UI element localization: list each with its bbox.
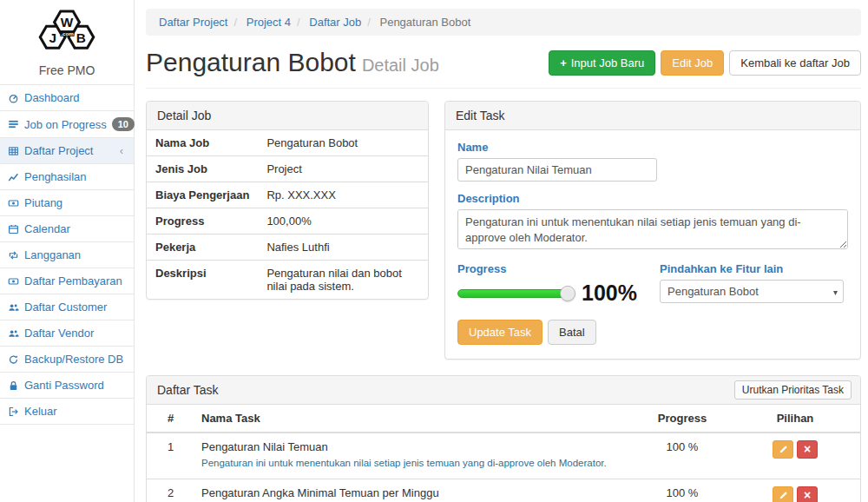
detail-value: Pengaturan Bobot: [258, 130, 428, 156]
sidebar-item-daftar-project[interactable]: Daftar Project ‹: [0, 138, 134, 164]
task-description: Pengaturan ini untuk menentukan nilai se…: [201, 456, 628, 472]
pencil-icon: [779, 445, 788, 454]
job-count-badge: 10: [112, 117, 135, 131]
sidebar-item-label: Calendar: [24, 222, 70, 235]
sidebar-item-label: Piutang: [24, 196, 62, 209]
column-header-options: Pilihan: [730, 405, 860, 433]
daftar-task-panel: Daftar Task Urutkan Prioritas Task # Nam…: [146, 375, 861, 502]
calendar-icon: [7, 223, 19, 234]
detail-value: Rp. XXX.XXX: [258, 182, 428, 208]
refresh-icon: [7, 353, 19, 365]
detail-value: Pengaturan nilai dan bobot nilai pada si…: [258, 261, 428, 300]
sidebar-item-calendar[interactable]: Calendar: [0, 216, 134, 242]
page-header: Pengaturan BobotDetail Job + Input Job B…: [146, 44, 861, 89]
detail-label: Jenis Job: [147, 156, 258, 182]
table-row: Nama Job Pengaturan Bobot: [147, 130, 428, 156]
sidebar-item-label: Daftar Pembayaran: [24, 274, 122, 287]
detail-label: Nama Job: [147, 130, 258, 156]
progress-slider-handle[interactable]: [560, 286, 575, 301]
detail-value: Project: [258, 156, 428, 182]
retweet-icon: [7, 249, 19, 261]
app: J W B .com Free PMO Dashboard Job on Pro…: [0, 0, 868, 502]
pencil-icon: [779, 491, 788, 500]
line-chart-icon: [7, 171, 19, 182]
delete-task-button[interactable]: [797, 486, 818, 502]
sidebar-item-label: Backup/Restore DB: [24, 353, 123, 366]
money-icon: [7, 197, 19, 208]
detail-label: Deskripsi: [147, 261, 258, 300]
sidebar-item-ganti-password[interactable]: Ganti Password: [0, 373, 134, 399]
breadcrumb: Daftar Project Project 4 Daftar Job Peng…: [146, 9, 861, 36]
progress-slider[interactable]: [457, 289, 568, 298]
task-list-icon: [7, 119, 19, 130]
logo-letter-b: B: [76, 30, 86, 45]
urutkan-prioritas-button-top[interactable]: Urutkan Prioritas Task: [734, 380, 852, 400]
sign-out-icon: [7, 406, 19, 417]
logo-dotcom: .com: [61, 30, 74, 36]
breadcrumb-daftar-job[interactable]: Daftar Job: [291, 16, 361, 29]
column-header-name: Nama Task: [194, 405, 635, 433]
detail-value: 100,00%: [258, 208, 428, 234]
delete-x-icon: [804, 489, 811, 502]
sidebar-item-penghasilan[interactable]: Penghasilan: [0, 164, 134, 190]
chevron-left-icon: ‹: [120, 144, 123, 157]
table-row: Biaya Pengerjaan Rp. XXX.XXX: [147, 182, 428, 208]
sidebar-nav: Dashboard Job on Progress 10 Daftar Proj…: [0, 84, 134, 425]
sidebar-item-langganan[interactable]: Langganan: [0, 242, 134, 268]
sidebar-item-job-on-progress[interactable]: Job on Progress 10: [0, 111, 134, 138]
sidebar-item-piutang[interactable]: Piutang: [0, 190, 134, 216]
sidebar-item-label: Daftar Customer: [24, 301, 107, 314]
sidebar-item-daftar-vendor[interactable]: Daftar Vendor: [0, 320, 134, 347]
edit-job-button[interactable]: Edit Job: [661, 50, 724, 76]
sidebar-item-label: Job on Progress: [24, 118, 107, 131]
edit-task-button[interactable]: [773, 486, 793, 502]
sidebar-item-dashboard[interactable]: Dashboard: [0, 85, 134, 111]
move-feature-label: Pindahkan ke Fitur lain: [660, 262, 848, 275]
batal-button[interactable]: Batal: [548, 320, 596, 345]
progress-percent: 100%: [582, 281, 637, 306]
logo-letter-j: J: [49, 30, 56, 45]
breadcrumb-current: Pengaturan Bobot: [361, 16, 470, 29]
move-feature-select[interactable]: Pengaturan Bobot: [660, 280, 844, 303]
progress-slider-track: [457, 289, 568, 298]
sidebar-item-keluar[interactable]: Keluar: [0, 399, 134, 425]
detail-job-panel-title: Detail Job: [147, 102, 428, 130]
progress-label: Progress: [457, 262, 637, 275]
detail-value: Nafies Luthfi: [258, 234, 428, 261]
sidebar-item-daftar-pembayaran[interactable]: Daftar Pembayaran: [0, 268, 134, 294]
breadcrumb-project-4[interactable]: Project 4: [227, 16, 291, 29]
page-title-text: Pengaturan Bobot: [146, 48, 356, 76]
task-name: Pengaturan Nilai Temuan: [201, 440, 628, 453]
breadcrumb-daftar-project[interactable]: Daftar Project: [159, 16, 227, 29]
kembali-button[interactable]: Kembali ke daftar Job: [729, 50, 861, 76]
sidebar-item-daftar-customer[interactable]: Daftar Customer: [0, 294, 134, 320]
table-row: Progress 100,00%: [147, 208, 428, 234]
users-icon: [7, 301, 19, 313]
delete-task-button[interactable]: [797, 440, 818, 459]
detail-label: Biaya Pengerjaan: [147, 182, 258, 208]
input-job-baru-label: Input Job Baru: [571, 56, 645, 69]
input-job-baru-button[interactable]: + Input Job Baru: [549, 50, 655, 76]
task-progress: 100 %: [635, 479, 730, 502]
sidebar-item-label: Daftar Project: [24, 144, 93, 157]
lock-icon: [7, 380, 19, 391]
table-row: Jenis Job Project: [147, 156, 428, 182]
detail-label: Progress: [147, 208, 258, 234]
sidebar-item-label: Keluar: [24, 405, 57, 418]
table-row: 1 Pengaturan Nilai Temuan Pengaturan ini…: [147, 433, 860, 479]
edit-task-button[interactable]: [773, 440, 793, 459]
task-description-textarea[interactable]: Pengaturan ini untuk menentukan nilai se…: [457, 209, 848, 249]
task-num: 1: [147, 433, 194, 479]
sidebar-item-backup-restore[interactable]: Backup/Restore DB: [0, 347, 134, 373]
detail-label: Pekerja: [147, 234, 258, 261]
daftar-task-panel-title: Daftar Task: [157, 383, 219, 397]
task-name-input[interactable]: [457, 158, 657, 182]
task-table-header-row: # Nama Task Progress Pilihan: [147, 405, 860, 433]
sidebar: J W B .com Free PMO Dashboard Job on Pro…: [0, 0, 135, 502]
name-label: Name: [457, 141, 848, 154]
update-task-button[interactable]: Update Task: [457, 320, 542, 345]
column-header-progress: Progress: [635, 405, 730, 433]
delete-x-icon: [804, 443, 811, 456]
page-title: Pengaturan BobotDetail Job: [146, 48, 439, 77]
detail-job-table: Nama Job Pengaturan Bobot Jenis Job Proj…: [147, 130, 428, 299]
